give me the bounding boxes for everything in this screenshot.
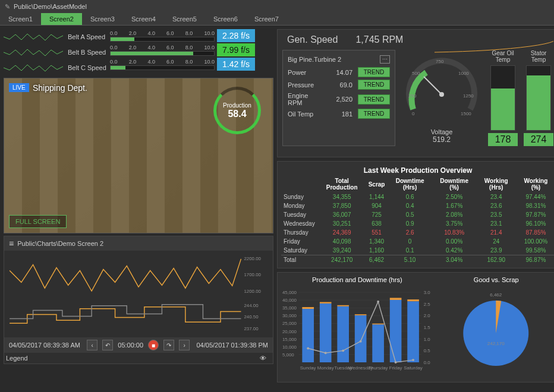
svg-text:1250: 1250 (463, 93, 474, 99)
svg-rect-46 (337, 306, 349, 362)
production-ring: Production 58.4 (213, 87, 261, 134)
belt-speed-value-2: 1.42 f/s (217, 58, 255, 71)
belt-gauge-1 (110, 51, 215, 56)
svg-text:6,462: 6,462 (490, 292, 503, 298)
belt-speed-value-0: 2.28 f/s (217, 29, 255, 42)
svg-text:15,000: 15,000 (282, 337, 297, 342)
svg-rect-59 (407, 299, 419, 301)
svg-text:1.5: 1.5 (424, 325, 431, 330)
stop-button[interactable]: ■ (148, 340, 159, 350)
svg-rect-44 (320, 302, 332, 303)
svg-text:45,000: 45,000 (282, 290, 297, 295)
svg-text:1000: 1000 (458, 71, 469, 76)
svg-text:240.50: 240.50 (244, 314, 259, 320)
trend-button-1[interactable]: TREND (358, 80, 390, 90)
legend-label[interactable]: Legend (6, 355, 28, 362)
svg-rect-52 (372, 324, 384, 362)
svg-rect-40 (302, 309, 314, 362)
turbine-row-label-0: Power (288, 69, 323, 76)
breadcrumb: Public\Demo\AssetModel (14, 3, 87, 10)
pie-chart-title: Good vs. Scrap (437, 276, 554, 283)
svg-text:2.5: 2.5 (424, 302, 431, 307)
svg-text:5,000: 5,000 (282, 352, 294, 358)
belt-sparkline-2 (4, 62, 65, 74)
tab-screen7[interactable]: Screen7 (246, 13, 287, 25)
tab-screen3[interactable]: Screen3 (82, 13, 123, 25)
svg-text:Sunday: Sunday (300, 365, 316, 371)
svg-rect-41 (302, 307, 314, 309)
tab-screen2[interactable]: Screen2 (41, 13, 82, 25)
svg-point-65 (377, 301, 379, 303)
table-row: Sunday34,3551,1440.62.50%23.497.44% (281, 192, 554, 201)
svg-text:10,000: 10,000 (282, 344, 297, 350)
svg-point-7 (439, 92, 444, 97)
gear-temp-value: 178 (488, 133, 518, 146)
belt-sparkline-1 (4, 46, 65, 58)
svg-rect-56 (390, 298, 402, 300)
production-ring-value: 58.4 (228, 109, 246, 119)
edit-icon[interactable]: ✎ (5, 3, 10, 11)
stator-temp-value: 274 (524, 133, 553, 146)
turbine-row-value-1: 69.0 (329, 81, 352, 88)
belt-speed-label-2: Belt C Speed (68, 64, 106, 71)
gen-speed-value: 1,745 RPM (355, 34, 403, 45)
video-title: Shipping Dept. (33, 83, 87, 93)
belt-gauge-2 (110, 65, 215, 70)
tab-screen1[interactable]: Screen1 (0, 13, 41, 25)
trend-button-0[interactable]: TREND (358, 67, 390, 77)
svg-text:0.5: 0.5 (424, 348, 431, 353)
table-title: Last Week Production Overview (281, 165, 554, 176)
belt-speed-value-1: 7.99 f/s (217, 43, 255, 56)
redo-button[interactable]: ↷ (163, 340, 174, 350)
svg-text:0: 0 (412, 111, 415, 116)
svg-rect-47 (337, 305, 349, 306)
svg-text:500: 500 (412, 71, 420, 76)
turbine-row-label-3: Oil Temp (288, 110, 323, 118)
gen-speed-label: Gen. Speed (287, 34, 338, 45)
details-icon[interactable]: ⋯ (380, 55, 390, 64)
fullscreen-button[interactable]: FULL SCREEN (9, 215, 67, 228)
trend-button-3[interactable]: TREND (358, 109, 390, 119)
bar-chart-title: Production and Downtime (hrs) (281, 276, 433, 283)
belt-sparkline-0 (4, 31, 65, 43)
svg-line-6 (424, 77, 442, 94)
next-button[interactable]: › (179, 340, 190, 350)
bottom-charts-panel: Production and Downtime (hrs) 5,00010,00… (277, 272, 554, 382)
tab-screen6[interactable]: Screen6 (205, 13, 246, 25)
live-badge: LIVE (9, 83, 29, 92)
prev-button[interactable]: ‹ (87, 340, 97, 350)
eye-icon[interactable]: 👁 (260, 355, 271, 362)
table-row: Monday37,8509040.41.67%23.698.31% (281, 201, 554, 210)
trend-chart-body[interactable]: 2200.00 1700.00 1200.00 244.00 240.50 23… (4, 251, 273, 337)
svg-text:40,000: 40,000 (282, 298, 297, 303)
table-row: Tuesday36,0077250.52.08%23.597.87% (281, 210, 554, 219)
trend-chart-panel: ≡ Public\Charts\Demo Screen 2 2200.00 17… (4, 236, 273, 364)
belt-speed-label-0: Belt A Speed (68, 33, 105, 40)
tab-screen5[interactable]: Screen5 (164, 13, 205, 25)
generator-panel: Gen. Speed 1,745 RPM Big Pine.Turbine 2 … (277, 29, 554, 157)
gear-oil-temp: Gear Oil Temp 178 (488, 50, 518, 146)
bar-chart: Production and Downtime (hrs) 5,00010,00… (281, 276, 433, 378)
svg-point-64 (360, 340, 362, 343)
screen-tabs: Screen1Screen2Screen3Screen4Screen5Scree… (0, 13, 554, 26)
belt-speed-panel: Belt A SpeedBelt B SpeedBelt C Speed 0.0… (4, 29, 273, 75)
svg-text:Friday: Friday (389, 365, 402, 371)
svg-point-66 (395, 361, 397, 363)
svg-text:30,000: 30,000 (282, 313, 297, 318)
svg-text:3.0: 3.0 (424, 290, 431, 295)
trend-start-time: 04/05/2017 08:39:38 AM (9, 342, 80, 349)
production-table: Total ProductionScrapDowntime (Hrs)Downt… (281, 176, 554, 264)
belt-gauge-0 (110, 37, 215, 42)
belt-speed-label-1: Belt B Speed (68, 49, 106, 56)
undo-button[interactable]: ↶ (102, 340, 113, 350)
svg-text:1700.00: 1700.00 (244, 272, 261, 277)
stator-temp: Stator Temp 274 (524, 50, 553, 146)
tab-screen4[interactable]: Screen4 (123, 13, 164, 25)
svg-text:2.0: 2.0 (424, 313, 431, 318)
svg-text:1500: 1500 (461, 111, 471, 116)
svg-text:1200.00: 1200.00 (244, 289, 261, 294)
table-row: Friday40,0981,34000.00%24100.00% (281, 237, 554, 246)
trend-button-2[interactable]: TREND (358, 94, 390, 105)
hamburger-icon[interactable]: ≡ (9, 239, 14, 248)
svg-point-67 (412, 359, 414, 361)
